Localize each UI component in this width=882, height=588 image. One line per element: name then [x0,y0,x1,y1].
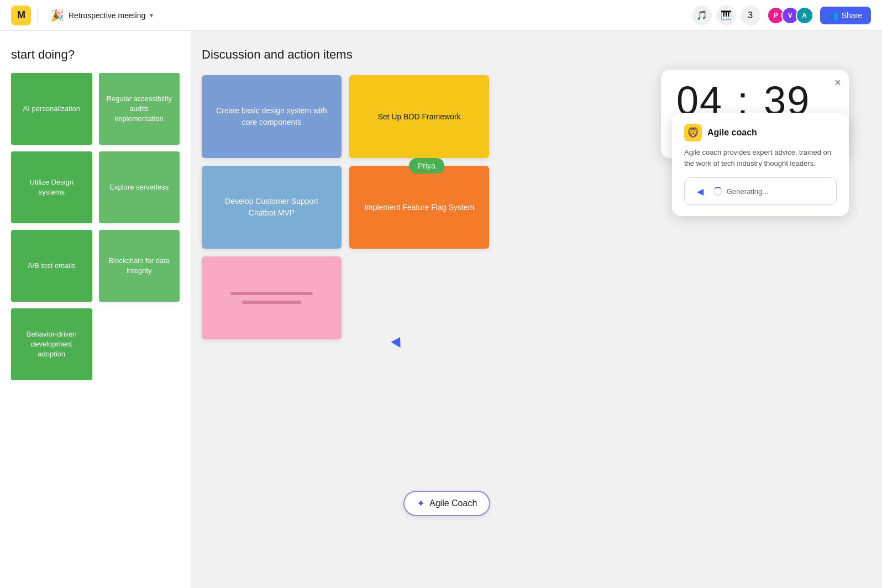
coach-title: Agile coach [707,128,757,138]
coach-input-area: ◀ Generating... [684,177,837,205]
coach-logo-icon: 🦁 [687,127,699,139]
card-design-system[interactable]: Create basic design system with core com… [202,75,342,158]
card-chatbot[interactable]: Develop Customer Support Chatbot MVP [202,166,342,249]
coach-send-button[interactable]: ◀ [692,183,708,199]
priya-label: Priya [409,158,444,174]
piano-icon-btn[interactable]: 🎹 [716,6,736,25]
card-pink-blank[interactable] [202,256,342,339]
coach-logo: 🦁 [684,124,702,141]
discussion-title: Discussion and action items [202,48,489,62]
sticky-column: start doing? AI personalization Regular … [0,31,191,588]
timer-close-button[interactable]: × [834,76,841,89]
sticky-ai-personalization[interactable]: AI personalization [11,73,92,145]
generating-text: Generating... [727,187,768,196]
share-label: Share [842,11,862,20]
spinner-icon [713,187,722,196]
sticky-line-1 [230,292,313,295]
cards-grid: Create basic design system with core com… [202,75,489,339]
topbar-divider [38,9,38,22]
miro-logo-icon: M [11,6,31,25]
stickies-grid: AI personalization Regular accessibility… [11,73,180,380]
sticky-accessibility[interactable]: Regular accessibility audits implementat… [99,73,180,145]
topbar-left: M 🎉 Retrospective meeting ▾ [11,6,159,25]
avatars: P V A [767,7,813,24]
card-bdd-framework[interactable]: Set Up BDD Framework [349,75,489,158]
agile-coach-panel: 🦁 Agile coach Agile coach provides exper… [672,113,849,216]
sticky-bdd[interactable]: Behavior-driven development adoption [11,308,92,380]
column-title: start doing? [11,48,180,62]
agile-coach-button[interactable]: ✦ Agile Coach [403,491,490,516]
share-button[interactable]: 👥 Share [820,7,871,24]
discussion-panel: Discussion and action items Create basic… [202,48,489,339]
coach-header: 🦁 Agile coach [684,124,837,141]
coach-generating: Generating... [713,187,828,196]
avatar-user3: A [796,7,813,24]
sticky-line-2 [242,301,301,304]
number-icon-btn[interactable]: 3 [741,6,760,25]
sparkle-icon: ✦ [417,497,425,510]
music-icon-btn[interactable]: 🎵 [692,6,712,25]
sticky-ab-test[interactable]: A/B test emails [11,230,92,302]
canvas: start doing? AI personalization Regular … [0,31,882,588]
coach-description: Agile coach provides expert advice, trai… [684,147,837,169]
miro-logo: M [11,6,31,25]
sticky-lines-decoration [213,292,330,304]
agile-coach-label: Agile Coach [429,498,477,508]
topbar-right: 🎵 🎹 3 P V A 👥 Share [692,6,871,25]
card-feature-flag[interactable]: Implement Feature Flag System [349,166,489,249]
sticky-design-systems[interactable]: Utilize Design systems [11,151,92,223]
chevron-down-icon: ▾ [150,12,153,19]
board-title-text: Retrospective meeting [69,11,145,20]
sticky-serverless[interactable]: Explore serverless [99,151,180,223]
send-icon: ◀ [697,186,704,197]
topbar: M 🎉 Retrospective meeting ▾ 🎵 🎹 3 P V A … [0,0,882,31]
board-title-button[interactable]: 🎉 Retrospective meeting ▾ [45,6,159,25]
topbar-icons: 🎵 🎹 3 [692,6,760,25]
sticky-blockchain[interactable]: Blockchain for data integrity [99,230,180,302]
board-emoji: 🎉 [50,9,64,22]
share-icon: 👥 [829,11,838,20]
